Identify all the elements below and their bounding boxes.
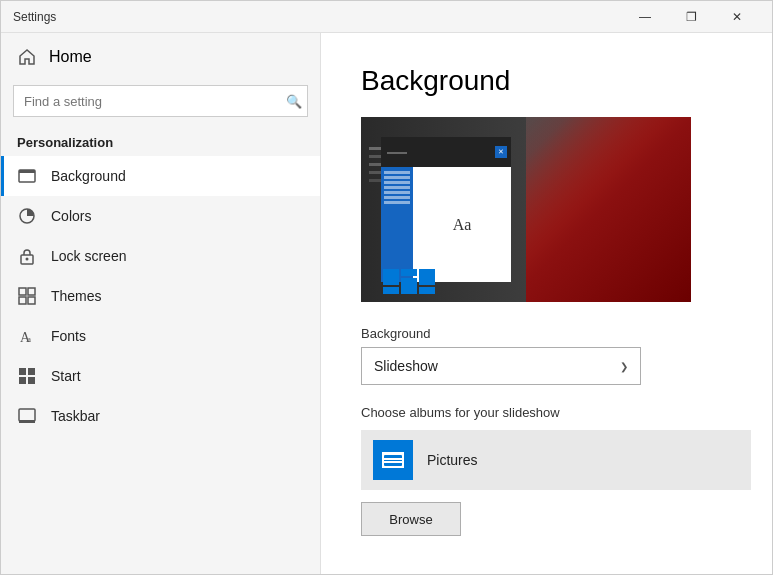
sidebar-item-fonts[interactable]: A a Fonts: [1, 316, 320, 356]
sidebar: Home 🔍 Personalization Backgro: [1, 33, 321, 574]
sidebar-item-background[interactable]: Background: [1, 156, 320, 196]
search-container: 🔍: [13, 85, 308, 117]
lock-screen-icon: [17, 246, 37, 266]
background-dropdown[interactable]: Slideshow ❯: [361, 347, 641, 385]
window-controls: — ❐ ✕: [622, 1, 760, 33]
colors-icon: [17, 206, 37, 226]
preview-content-area: Aa: [413, 167, 511, 282]
svg-rect-8: [28, 297, 35, 304]
sidebar-item-taskbar[interactable]: Taskbar: [1, 396, 320, 436]
sidebar-item-lock-screen[interactable]: Lock screen: [1, 236, 320, 276]
sidebar-item-start[interactable]: Start: [1, 356, 320, 396]
background-field-label: Background: [361, 326, 732, 341]
sidebar-item-colors-label: Colors: [51, 208, 91, 224]
search-icon: 🔍: [286, 94, 302, 109]
search-button[interactable]: 🔍: [286, 94, 302, 109]
album-pictures-icon: [373, 440, 413, 480]
svg-rect-12: [28, 368, 35, 375]
preview-bg-layer: ✕: [361, 117, 691, 302]
window: Settings — ❐ ✕ Home 🔍: [0, 0, 773, 575]
background-preview: ✕: [361, 117, 691, 302]
window-title: Settings: [13, 10, 622, 24]
svg-rect-7: [19, 297, 26, 304]
sidebar-item-background-label: Background: [51, 168, 126, 184]
start-icon: [17, 366, 37, 386]
section-label: Personalization: [1, 125, 320, 156]
home-icon: [17, 47, 37, 67]
svg-rect-6: [28, 288, 35, 295]
preview-tiles: [383, 269, 435, 294]
sidebar-item-fonts-label: Fonts: [51, 328, 86, 344]
content-area: Home 🔍 Personalization Backgro: [1, 33, 772, 574]
preview-window-overlay: ✕: [381, 137, 511, 282]
svg-rect-13: [19, 377, 26, 384]
maximize-button[interactable]: ❐: [668, 1, 714, 33]
fonts-icon: A a: [17, 326, 37, 346]
preview-red-area: [510, 117, 692, 302]
close-button[interactable]: ✕: [714, 1, 760, 33]
svg-rect-5: [19, 288, 26, 295]
main-content: Background: [321, 33, 772, 574]
sidebar-item-themes[interactable]: Themes: [1, 276, 320, 316]
chevron-down-icon: ❯: [620, 361, 628, 372]
minimize-button[interactable]: —: [622, 1, 668, 33]
svg-rect-11: [19, 368, 26, 375]
svg-rect-14: [28, 377, 35, 384]
preview-window-titlebar: ✕: [381, 137, 511, 167]
album-item-pictures[interactable]: Pictures: [361, 430, 751, 490]
dropdown-selected-value: Slideshow: [374, 358, 620, 374]
sidebar-item-taskbar-label: Taskbar: [51, 408, 100, 424]
albums-subtitle: Choose albums for your slideshow: [361, 405, 732, 420]
preview-aa-text: Aa: [453, 216, 472, 234]
titlebar: Settings — ❐ ✕: [1, 1, 772, 33]
background-icon: [17, 166, 37, 186]
browse-button[interactable]: Browse: [361, 502, 461, 536]
svg-rect-16: [19, 420, 35, 423]
page-title: Background: [361, 65, 732, 97]
themes-icon: [17, 286, 37, 306]
preview-window-body: Aa: [381, 167, 511, 282]
sidebar-item-lock-screen-label: Lock screen: [51, 248, 126, 264]
sidebar-item-home[interactable]: Home: [1, 33, 320, 81]
home-label: Home: [49, 48, 92, 66]
search-input[interactable]: [13, 85, 308, 117]
preview-sidebar: [381, 167, 413, 282]
svg-point-4: [26, 258, 29, 261]
taskbar-icon: [17, 406, 37, 426]
svg-rect-15: [19, 409, 35, 421]
album-pictures-label: Pictures: [427, 452, 478, 468]
pictures-folder-icon: [382, 452, 404, 468]
sidebar-item-start-label: Start: [51, 368, 81, 384]
sidebar-item-themes-label: Themes: [51, 288, 102, 304]
sidebar-item-colors[interactable]: Colors: [1, 196, 320, 236]
svg-rect-1: [19, 170, 35, 173]
svg-text:a: a: [27, 334, 31, 344]
